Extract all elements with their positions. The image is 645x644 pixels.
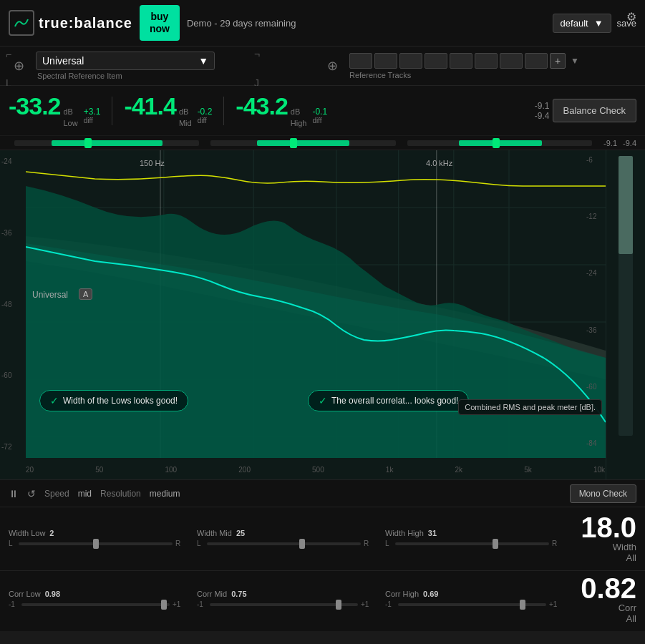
width-mid-handle[interactable] (299, 539, 305, 549)
spectral-ref-area: Universal ▼ Spectral Reference Item (36, 52, 222, 80)
freq-label-150hz: 150 Hz (140, 159, 165, 167)
ref-arrow-icon[interactable]: ▼ (571, 56, 579, 66)
corr-mid-slider[interactable] (210, 603, 358, 606)
width-sliders-section: Width Low 2 L R Width Mid 25 (0, 507, 645, 570)
resolution-value[interactable]: medium (150, 489, 180, 499)
corr-mid-track-wrap: -1 +1 (197, 600, 371, 608)
ref-tracks-slots: + ▼ (349, 53, 636, 69)
ref-tracks-area: + ▼ Reference Tracks (349, 53, 636, 79)
width-low-header: Width Low 2 (9, 529, 183, 537)
corr-mid-handle[interactable] (336, 600, 341, 610)
high-progress-bar[interactable] (407, 140, 592, 146)
low-meter-value: -33.2 (9, 92, 61, 120)
corr-high-slider[interactable] (398, 603, 546, 606)
mid-diff: -0.2 diff (198, 107, 213, 125)
width-mid-header: Width Mid 25 (197, 529, 371, 537)
main-chart[interactable]: -24 -36 -48 -60 -72 (0, 150, 645, 479)
corr-all-sub: All (626, 613, 636, 624)
gear-button[interactable]: ⚙ (626, 10, 636, 24)
corr-mid-header: Corr Mid 0.75 (197, 590, 371, 598)
mid-progress-bar[interactable] (210, 140, 395, 146)
check-icon-2: ✓ (319, 395, 327, 406)
mono-check-button[interactable]: Mono Check (570, 484, 636, 503)
width-low-track-wrap: L R (9, 540, 183, 547)
balance-check-button[interactable]: Balance Check (553, 99, 636, 122)
width-all-col: 18.0 Width All (565, 513, 636, 563)
spectral-ref-dropdown[interactable]: Universal ▼ (36, 52, 215, 70)
notification-badge-1: ✓ Width of the Lows looks good! (39, 390, 188, 411)
width-all-label: Width (613, 542, 636, 552)
corr-high-track-wrap: -1 +1 (385, 600, 559, 608)
low-progress-bar[interactable] (14, 140, 199, 146)
check-icon-1: ✓ (50, 395, 59, 406)
buy-now-button[interactable]: buy now (140, 5, 180, 41)
low-progress-wrap (9, 140, 205, 146)
pause-button[interactable]: ⏸ (9, 488, 19, 499)
meters-row: -33.2 dB Low +3.1 diff -41.4 dB Mid -0.2… (0, 86, 645, 136)
high-meter-group: -43.2 dB High -0.1 diff (236, 92, 529, 129)
refresh-button[interactable]: ↺ (27, 488, 36, 499)
corr-low-group: Corr Low 0.98 -1 +1 (9, 590, 183, 608)
ref-slot-5[interactable] (450, 53, 472, 69)
preset-dropdown[interactable]: default ▼ (553, 14, 611, 33)
corr-high-header: Corr High 0.69 (385, 590, 559, 598)
width-low-slider[interactable] (19, 542, 173, 545)
corr-low-slider[interactable] (21, 603, 170, 606)
ref-slot-4[interactable] (425, 53, 447, 69)
ref-add-button[interactable]: + (550, 53, 566, 69)
width-high-track-wrap: L R (385, 540, 559, 547)
spectral-ref-value: Universal (42, 55, 84, 67)
right-y-labels: -6 -12 -24 -36 -60 -84 (586, 150, 596, 453)
ref-slot-1[interactable] (349, 53, 372, 69)
dropdown-arrow: ▼ (198, 55, 208, 67)
width-high-handle[interactable] (493, 539, 498, 549)
notification-badge-2: ✓ The overall correlat... looks good! (308, 390, 469, 411)
ref-slot-7[interactable] (500, 53, 523, 69)
corr-high-group: Corr High 0.69 -1 +1 (385, 590, 559, 608)
chevron-down-icon: ▼ (594, 18, 603, 29)
values-right: -9.1 -9.4 (535, 101, 550, 121)
bottom-controls: ⏸ ↺ Speed mid Resolution medium Mono Che… (0, 479, 645, 507)
corr-low-track-wrap: -1 +1 (9, 600, 183, 608)
logo-area: true:balance (9, 10, 132, 36)
corr-sliders-row: Corr Low 0.98 -1 +1 Corr Mid 0.75 (9, 574, 636, 624)
ref-slot-8[interactable] (525, 53, 548, 69)
width-mid-slider[interactable] (207, 542, 361, 545)
right-meter-bar (619, 156, 633, 436)
bracket-tl: ⌐ (6, 49, 11, 60)
high-meter-value: -43.2 (236, 92, 288, 120)
mid-meter-value: -41.4 (124, 92, 176, 120)
resolution-label: Resolution (100, 489, 141, 499)
high-diff: -0.1 diff (312, 107, 327, 125)
corr-sliders-section: Corr Low 0.98 -1 +1 Corr Mid 0.75 (0, 570, 645, 631)
spectral-ref-label: Spectral Reference Item (36, 72, 222, 80)
corr-low-header: Corr Low 0.98 (9, 590, 183, 598)
width-mid-group: Width Mid 25 L R (197, 529, 371, 547)
meter-sep-1 (112, 97, 112, 125)
crosshair-icon-2: ⊕ (322, 56, 342, 76)
width-low-handle[interactable] (93, 539, 99, 549)
chart-svg (26, 150, 606, 479)
ref-slot-6[interactable] (475, 53, 498, 69)
preset-area: default ▼ save (553, 14, 636, 33)
corr-mid-group: Corr Mid 0.75 -1 +1 (197, 590, 371, 608)
second-row: ⌐ ¬ L J ⊕ Universal ▼ Spectral Reference… (0, 47, 645, 86)
ref-tracks-label: Reference Tracks (349, 71, 636, 79)
x-axis-labels: 20 50 100 200 500 1k 2k 5k 10k (26, 466, 605, 474)
low-diff: +3.1 diff (84, 107, 101, 125)
speed-value[interactable]: mid (78, 489, 92, 499)
width-mid-track-wrap: L R (197, 540, 371, 547)
ref-slot-2[interactable] (374, 53, 397, 69)
ref-slot-3[interactable] (399, 53, 422, 69)
freq-label-4khz: 4.0 kHz (426, 159, 452, 167)
mid-meter-group: -41.4 dB Mid -0.2 diff (124, 92, 212, 129)
high-meter-labels: dB High (291, 107, 307, 129)
corr-low-handle[interactable] (161, 600, 167, 610)
bracket-tr: ¬ (254, 49, 260, 60)
universal-label: Universal (32, 290, 68, 300)
a-label: A (79, 288, 92, 300)
corr-high-handle[interactable] (520, 600, 525, 610)
width-high-slider[interactable] (395, 542, 549, 545)
width-high-group: Width High 31 L R (385, 529, 559, 547)
corr-all-value: 0.82 (581, 574, 636, 602)
